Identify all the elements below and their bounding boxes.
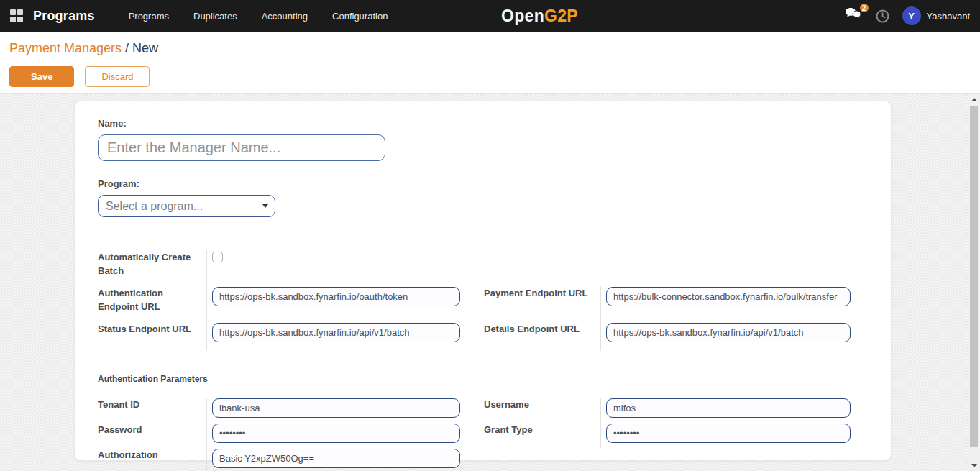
scrollbar-thumb[interactable] xyxy=(970,106,978,447)
scroll-down-arrow[interactable] xyxy=(968,460,980,471)
endpoint-settings-group: Automatically Create Batch Authenticatio… xyxy=(98,250,868,351)
auth-parameters-group: Tenant ID Username Password Grant Type A… xyxy=(98,398,868,471)
breadcrumb-payment-managers-link[interactable]: Payment Managers xyxy=(9,41,122,55)
breadcrumb-separator: / xyxy=(122,41,132,55)
username-input[interactable] xyxy=(606,398,851,418)
logo-open-text: Open xyxy=(501,6,544,26)
breadcrumb-current: New xyxy=(132,41,158,55)
name-field-block: Name: xyxy=(98,116,868,161)
form-action-buttons: Save Discard xyxy=(9,66,980,87)
details-endpoint-url-input[interactable] xyxy=(606,323,851,342)
breadcrumb: Payment Managers / New xyxy=(9,41,980,56)
program-label: Program: xyxy=(98,177,868,191)
auth-endpoint-url-input[interactable] xyxy=(212,287,460,306)
clock-icon xyxy=(876,9,889,23)
tenant-id-label: Tenant ID xyxy=(98,398,206,423)
vertical-scrollbar[interactable] xyxy=(968,94,980,471)
logo-g2p-text: G2P xyxy=(544,6,578,26)
top-navbar: Programs Programs Duplicates Accounting … xyxy=(0,0,980,32)
program-field-block: Program: Select a program... xyxy=(98,177,868,217)
top-menu: Programs Duplicates Accounting Configura… xyxy=(116,0,400,32)
program-select[interactable]: Select a program... xyxy=(98,195,275,217)
auth-endpoint-url-label: Authentication Endpoint URL xyxy=(98,286,206,322)
form-view-background: Name: Program: Select a program... Autom… xyxy=(0,94,980,471)
activities-button[interactable] xyxy=(876,9,889,23)
grant-type-input[interactable] xyxy=(606,424,851,443)
messages-button[interactable]: 2 xyxy=(845,7,863,24)
menu-item-accounting[interactable]: Accounting xyxy=(249,0,320,32)
menu-item-configuration[interactable]: Configuration xyxy=(320,0,400,32)
authorization-input[interactable] xyxy=(212,449,460,468)
name-label: Name: xyxy=(98,116,868,130)
form-sheet: Name: Program: Select a program... Autom… xyxy=(74,101,892,461)
payment-endpoint-url-input[interactable] xyxy=(606,287,851,306)
authorization-label: Authorization xyxy=(98,448,206,471)
auth-parameters-title: Authentication Parameters xyxy=(98,374,868,384)
openg2p-logo: OpenG2P xyxy=(501,0,578,32)
section-divider xyxy=(98,390,862,390)
manager-name-input[interactable] xyxy=(98,134,385,161)
topbar-right-cluster: 2 Y Yashavant xyxy=(845,0,970,32)
auto-create-batch-label: Automatically Create Batch xyxy=(98,250,206,286)
app-title: Programs xyxy=(33,9,95,24)
password-input[interactable] xyxy=(212,424,460,443)
user-name: Yashavant xyxy=(927,11,970,22)
user-menu[interactable]: Y Yashavant xyxy=(902,6,970,25)
discard-button[interactable]: Discard xyxy=(85,66,150,87)
avatar: Y xyxy=(902,6,921,25)
save-button[interactable]: Save xyxy=(9,66,74,87)
auto-create-batch-checkbox[interactable] xyxy=(212,252,223,262)
apps-menu-icon[interactable] xyxy=(10,9,23,22)
payment-endpoint-url-label: Payment Endpoint URL xyxy=(484,286,600,322)
menu-item-programs[interactable]: Programs xyxy=(116,0,181,32)
grant-type-label: Grant Type xyxy=(484,423,600,448)
tenant-id-input[interactable] xyxy=(212,398,460,418)
auth-parameters-section-header: Authentication Parameters xyxy=(98,374,868,390)
status-endpoint-url-input[interactable] xyxy=(212,323,460,342)
scroll-up-arrow[interactable] xyxy=(968,94,980,105)
details-endpoint-url-label: Details Endpoint URL xyxy=(484,322,600,351)
messages-count-badge: 2 xyxy=(858,2,870,14)
username-label: Username xyxy=(484,398,600,423)
password-label: Password xyxy=(98,423,206,448)
control-panel: Payment Managers / New Save Discard xyxy=(0,32,980,94)
menu-item-duplicates[interactable]: Duplicates xyxy=(181,0,249,32)
status-endpoint-url-label: Status Endpoint URL xyxy=(98,322,206,351)
auto-create-batch-cell xyxy=(206,250,484,286)
